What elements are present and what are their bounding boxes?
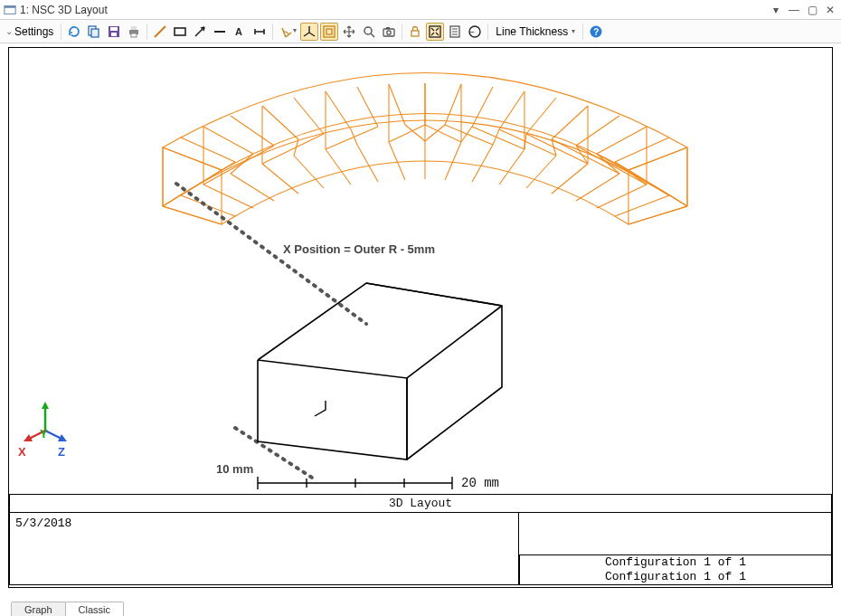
svg-text:A: A [235, 26, 242, 37]
svg-line-69 [628, 206, 687, 224]
info-title: 3D Layout [10, 495, 831, 513]
fit-to-window-button[interactable] [426, 23, 444, 41]
draw-line-tool[interactable] [151, 23, 169, 41]
toolbar-separator [272, 24, 273, 40]
settings-dropdown[interactable]: ⌄ Settings [4, 25, 57, 38]
svg-line-32 [163, 147, 222, 170]
svg-line-38 [231, 116, 274, 146]
svg-line-71 [181, 170, 222, 195]
svg-rect-17 [326, 29, 332, 34]
window-title: 1: NSC 3D Layout [20, 4, 108, 16]
svg-rect-1 [5, 5, 15, 7]
svg-line-85 [493, 129, 499, 145]
config-line-1: Configuration 1 of 1 [525, 555, 826, 570]
config-line-2: Configuration 1 of 1 [525, 570, 826, 584]
info-block: 3D Layout 5/3/2018 Configuration 1 of 1 … [9, 494, 832, 586]
svg-line-54 [472, 87, 493, 127]
svg-line-36 [203, 127, 253, 154]
svg-marker-120 [42, 402, 49, 409]
settings-label: Settings [14, 25, 53, 38]
svg-line-112 [366, 283, 502, 306]
scale-left-label: 10 mm [216, 462, 253, 476]
dropdown-chevron-icon[interactable]: ▾ [293, 26, 297, 34]
svg-line-43 [294, 156, 324, 188]
frame-inset-button[interactable] [320, 23, 338, 41]
svg-line-84 [472, 127, 524, 149]
settings-chevron-icon: ⌄ [5, 26, 13, 36]
save-button[interactable] [105, 23, 123, 41]
svg-line-48 [389, 84, 405, 125]
title-bar: 1: NSC 3D Layout ▾ — ▢ ✕ [0, 0, 841, 20]
tab-classic[interactable]: Classic [65, 602, 124, 616]
svg-line-60 [552, 106, 588, 139]
arrow-tool[interactable] [191, 23, 209, 41]
dropdown-chevron-icon: ▾ [572, 27, 575, 35]
svg-line-49 [389, 142, 405, 180]
svg-rect-16 [324, 26, 335, 37]
toolbar-separator [582, 24, 583, 40]
lock-button[interactable] [406, 23, 424, 41]
svg-line-37 [203, 185, 253, 208]
window-icon [4, 4, 16, 16]
viewport[interactable]: X Position = Outer R - 5mm 10 mm 20 mm X… [0, 43, 841, 596]
svg-line-65 [597, 185, 647, 208]
toolbar-separator [146, 24, 147, 40]
svg-line-35 [181, 195, 235, 216]
info-config: Configuration 1 of 1 Configuration 1 of … [519, 554, 831, 585]
svg-line-58 [526, 98, 556, 134]
minimize-button[interactable]: — [787, 4, 801, 16]
close-button[interactable]: ✕ [823, 4, 837, 16]
svg-line-33 [163, 206, 222, 224]
svg-rect-8 [131, 26, 137, 30]
tab-graph[interactable]: Graph [11, 602, 66, 616]
svg-rect-23 [411, 31, 419, 36]
svg-line-19 [371, 33, 374, 37]
svg-point-18 [364, 27, 372, 34]
svg-line-90 [552, 139, 619, 174]
camera-button[interactable] [380, 23, 398, 41]
axis-triad-button[interactable] [300, 23, 318, 41]
svg-line-76 [326, 127, 378, 149]
text-tool[interactable]: A [231, 23, 249, 41]
svg-line-80 [425, 125, 461, 142]
maximize-button[interactable]: ▢ [805, 4, 819, 16]
line-thickness-label: Line Thickness [496, 25, 568, 38]
svg-line-62 [576, 116, 619, 146]
scale-bar-icon [258, 477, 452, 489]
view-angle-button[interactable] [277, 23, 295, 41]
toolbar: ⌄ Settings A ▾ [0, 20, 841, 43]
svg-line-34 [181, 137, 235, 162]
move-tool[interactable] [340, 23, 358, 41]
svg-rect-6 [111, 33, 117, 36]
refresh-button[interactable] [65, 23, 83, 41]
svg-line-47 [357, 145, 378, 182]
axis-y-letter: Y [40, 427, 48, 441]
segment-tool[interactable] [211, 23, 229, 41]
svg-line-55 [472, 145, 493, 182]
svg-line-61 [552, 164, 588, 194]
bottom-tabs: Graph Classic [0, 596, 841, 616]
zoom-tool[interactable] [360, 23, 378, 41]
svg-line-41 [262, 164, 298, 194]
properties-button[interactable] [446, 23, 464, 41]
svg-rect-24 [430, 26, 440, 37]
window-menu-icon[interactable]: ▾ [769, 4, 783, 16]
info-date: 5/3/2018 [10, 513, 519, 554]
dimension-tool[interactable] [250, 23, 269, 41]
svg-rect-9 [131, 33, 137, 37]
rectangle-tool[interactable] [171, 23, 189, 41]
print-button[interactable] [125, 23, 143, 41]
help-button[interactable]: ? [587, 23, 605, 41]
svg-rect-3 [91, 29, 99, 37]
svg-line-82 [445, 125, 493, 145]
line-thickness-dropdown[interactable]: Line Thickness ▾ [492, 25, 579, 38]
toolbar-separator [402, 24, 402, 40]
axis-z-letter: Z [58, 445, 65, 459]
svg-line-59 [526, 156, 556, 188]
svg-line-57 [499, 149, 524, 185]
mode-button[interactable] [466, 23, 484, 41]
svg-rect-5 [110, 27, 118, 31]
svg-rect-22 [386, 27, 390, 29]
svg-line-52 [445, 84, 461, 125]
copy-button[interactable] [85, 23, 103, 41]
